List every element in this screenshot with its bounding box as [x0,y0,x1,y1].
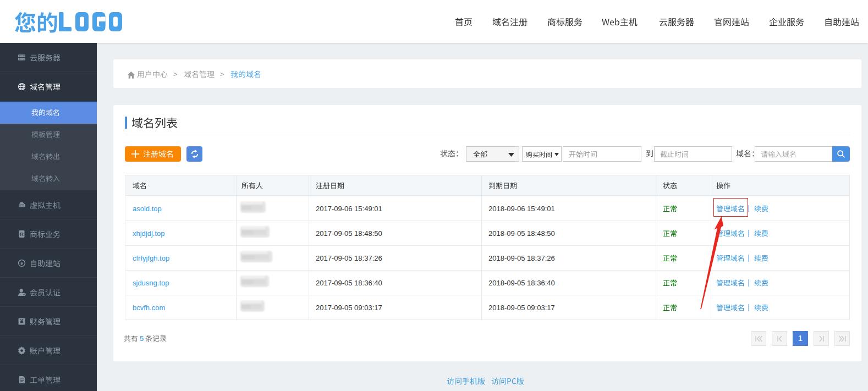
svg-text:¥: ¥ [20,318,24,324]
svg-text:R: R [20,232,24,237]
svg-text:e: e [20,260,23,266]
